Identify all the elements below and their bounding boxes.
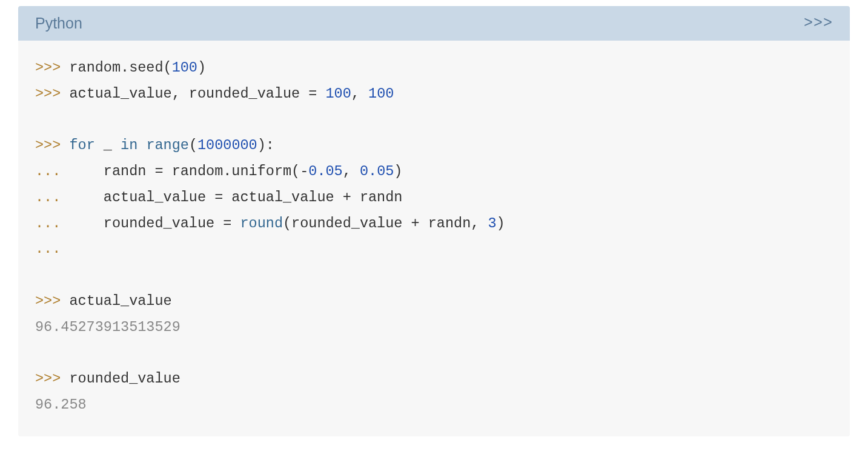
code-language-label: Python bbox=[35, 15, 82, 32]
code-token-prompt: >>> bbox=[35, 85, 69, 102]
code-token-prompt: >>> bbox=[35, 137, 69, 153]
code-line bbox=[35, 340, 833, 366]
code-token-plain: ): bbox=[257, 137, 274, 153]
code-token-plain: ) bbox=[197, 59, 206, 76]
code-token-plain: - bbox=[300, 163, 308, 179]
code-token-prompt: >>> bbox=[35, 370, 69, 387]
code-line: >>> rounded_value bbox=[35, 366, 833, 392]
code-token-plain: ) bbox=[497, 215, 505, 232]
code-line: >>> actual_value, rounded_value = 100, 1… bbox=[35, 81, 833, 107]
code-token-prompt: >>> bbox=[35, 293, 69, 309]
code-token-plain: actual_value bbox=[69, 293, 171, 309]
code-token-plain: actual_value = actual_value + randn bbox=[69, 189, 402, 205]
code-line: ... actual_value = actual_value + randn bbox=[35, 185, 833, 211]
code-token-prompt: ... bbox=[35, 215, 69, 232]
code-token-builtin: range bbox=[146, 137, 189, 153]
code-line: >>> actual_value bbox=[35, 289, 833, 315]
code-token-number: 100 bbox=[368, 85, 394, 102]
code-line: 96.45273913513529 bbox=[35, 315, 833, 341]
code-line: >>> random.seed(100) bbox=[35, 55, 833, 81]
code-token-output: 96.258 bbox=[35, 396, 87, 413]
code-token-prompt: ... bbox=[35, 163, 69, 179]
code-line: ... rounded_value = round(rounded_value … bbox=[35, 211, 833, 237]
code-line: ... bbox=[35, 236, 833, 262]
code-token-keyword: in bbox=[121, 137, 137, 153]
code-line bbox=[35, 107, 833, 133]
code-header: Python >>> bbox=[18, 6, 850, 41]
code-token-plain: , bbox=[351, 85, 368, 102]
code-block: Python >>> >>> random.seed(100)>>> actua… bbox=[18, 6, 850, 436]
code-token-number: 0.05 bbox=[360, 163, 394, 179]
code-token-plain: rounded_value bbox=[69, 370, 180, 387]
code-token-prompt: ... bbox=[35, 241, 61, 257]
code-token-prompt: ... bbox=[35, 189, 69, 205]
code-token-keyword: for bbox=[69, 137, 94, 153]
code-token-plain: randn = random.uniform( bbox=[69, 163, 300, 179]
code-token-plain: rounded_value = bbox=[69, 215, 240, 232]
code-token-plain: (rounded_value + randn, bbox=[283, 215, 488, 232]
code-token-plain: ( bbox=[189, 137, 197, 153]
code-token-plain: _ bbox=[95, 137, 121, 153]
code-token-plain: ) bbox=[394, 163, 402, 179]
code-body: >>> random.seed(100)>>> actual_value, ro… bbox=[18, 41, 850, 436]
code-token-number: 1000000 bbox=[197, 137, 257, 153]
prompt-toggle-button[interactable]: >>> bbox=[804, 15, 833, 32]
code-line bbox=[35, 262, 833, 289]
code-token-prompt: >>> bbox=[35, 59, 69, 76]
code-line: ... randn = random.uniform(-0.05, 0.05) bbox=[35, 159, 833, 185]
code-line: 96.258 bbox=[35, 392, 833, 418]
code-token-number: 3 bbox=[488, 215, 496, 232]
code-token-plain: random.seed( bbox=[69, 59, 171, 76]
code-line: >>> for _ in range(1000000): bbox=[35, 133, 833, 159]
code-token-output: 96.45273913513529 bbox=[35, 319, 181, 335]
code-token-plain bbox=[137, 137, 146, 153]
code-token-plain: actual_value, rounded_value = bbox=[69, 85, 325, 102]
code-token-plain: , bbox=[343, 163, 360, 179]
code-token-number: 0.05 bbox=[308, 163, 342, 179]
code-token-number: 100 bbox=[326, 85, 351, 102]
code-token-builtin: round bbox=[240, 215, 283, 232]
code-token-number: 100 bbox=[172, 59, 197, 76]
